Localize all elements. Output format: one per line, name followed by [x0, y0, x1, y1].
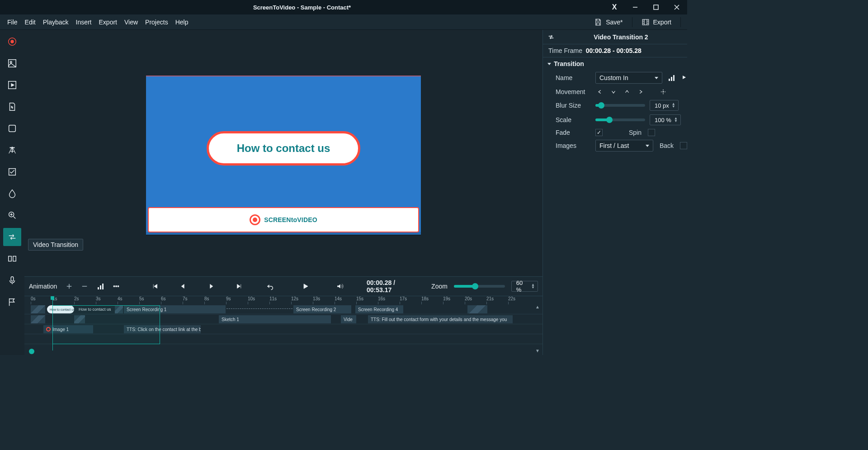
svg-rect-7 [9, 125, 16, 132]
timeframe-row: Time Frame 00:00.28 - 00:05.28 [543, 44, 687, 57]
blur-tool[interactable] [3, 185, 21, 203]
transition-tool[interactable] [3, 228, 21, 246]
svg-rect-0 [654, 5, 658, 9]
spin-checkbox[interactable] [648, 129, 655, 136]
fade-checkbox[interactable]: ✓ [595, 129, 603, 136]
clip-sr3[interactable]: Screen Recording 4 [355, 305, 403, 313]
scale-value[interactable]: 100 %▲▼ [650, 114, 681, 125]
export-button[interactable]: Export [635, 16, 678, 28]
levels-icon[interactable] [669, 75, 675, 81]
menu-help[interactable]: Help [172, 17, 192, 28]
menu-edit[interactable]: Edit [21, 17, 39, 28]
tooltip: Video Transition [28, 239, 83, 251]
timeline-selection[interactable] [52, 305, 160, 344]
image-tool[interactable] [3, 54, 21, 72]
time-ruler[interactable]: 0s1s2s3s4s5s6s7s8s9s10s11s12s13s14s15s16… [24, 296, 542, 304]
clip-thumb-3[interactable] [31, 315, 45, 323]
easing-icon[interactable] [96, 281, 105, 291]
record-button[interactable] [3, 33, 21, 51]
titlebar: ScreenToVideo - Sample - Contact* X [0, 0, 687, 14]
audio-doc-tool[interactable] [3, 98, 21, 116]
zoom-tool[interactable] [3, 206, 21, 224]
images-select[interactable]: First / Last [595, 140, 653, 152]
app-close-x-icon[interactable]: X [604, 0, 625, 14]
images-label: Images [556, 142, 591, 149]
logo-text: SCREENtoVIDEO [264, 216, 317, 223]
window-maximize-button[interactable] [646, 0, 666, 14]
record-dot-icon [250, 214, 260, 225]
menu-insert[interactable]: Insert [72, 17, 95, 28]
checkbox-tool[interactable] [3, 163, 21, 181]
svg-point-13 [113, 286, 114, 287]
scale-slider[interactable] [595, 118, 645, 121]
preview-stage: How to contact us SCREENtoVIDEO [24, 30, 542, 276]
preview-canvas[interactable]: How to contact us SCREENtoVIDEO [146, 76, 421, 235]
svg-point-14 [116, 286, 117, 287]
clip-gap-dashes [226, 308, 292, 309]
window-close-button[interactable] [666, 0, 687, 14]
goto-start-button[interactable] [151, 281, 160, 291]
window-title: ScreenToVideo - Sample - Contact* [0, 4, 604, 11]
zoom-value[interactable]: 60 % ▲▼ [511, 281, 538, 292]
clip-sketch1[interactable]: Sketch 1 [219, 315, 331, 323]
window-minimize-button[interactable] [625, 0, 646, 14]
name-select[interactable]: Custom In [595, 72, 662, 84]
blur-slider[interactable] [595, 104, 645, 107]
transition-section-header[interactable]: Transition [543, 57, 687, 70]
clip-thumb-end[interactable] [467, 305, 487, 313]
blur-label: Blur Size [556, 102, 591, 109]
headline-pill: How to contact us [207, 131, 360, 166]
microphone-tool[interactable] [3, 271, 21, 289]
swap-icon[interactable] [547, 33, 555, 41]
selection-top-line [146, 76, 421, 76]
menu-view[interactable]: View [121, 17, 142, 28]
goto-end-button[interactable] [234, 281, 244, 291]
clip-sr2[interactable]: Screen Recording 2 [293, 305, 351, 313]
timeline-start-handle[interactable] [29, 349, 34, 354]
back-checkbox[interactable] [680, 142, 687, 149]
menu-playback[interactable]: Playback [39, 17, 72, 28]
svg-rect-10 [9, 256, 11, 261]
clip-tts2[interactable]: TTS: Fill out the contact form with your… [368, 315, 513, 323]
remove-keyframe-button[interactable] [80, 281, 90, 291]
next-frame-button[interactable] [206, 281, 216, 291]
more-button[interactable] [111, 281, 121, 291]
center-area: How to contact us SCREENtoVIDEO Animatio… [24, 30, 542, 355]
timeline-scrollbar[interactable]: ▲▼ [534, 304, 541, 353]
play-preview-icon[interactable] [681, 74, 687, 82]
chevron-down-icon [547, 63, 551, 65]
play-button[interactable] [301, 281, 310, 291]
menu-export[interactable]: Export [95, 17, 121, 28]
text-tool[interactable] [3, 141, 21, 159]
move-up-button[interactable] [623, 87, 632, 96]
shape-tool[interactable] [3, 119, 21, 137]
svg-point-15 [118, 286, 118, 287]
menu-projects[interactable]: Projects [142, 17, 172, 28]
prev-frame-button[interactable] [179, 281, 188, 291]
animation-label: Animation [29, 283, 57, 290]
video-tool[interactable] [3, 76, 21, 94]
svg-point-5 [10, 61, 12, 63]
clip-thumb-1[interactable] [31, 305, 45, 313]
undo-button[interactable] [266, 281, 275, 291]
fade-label: Fade [556, 129, 591, 136]
movement-label: Movement [556, 88, 591, 95]
timeline[interactable]: 0s1s2s3s4s5s6s7s8s9s10s11s12s13s14s15s16… [24, 296, 542, 355]
back-label: Back [660, 142, 674, 149]
move-center-button[interactable] [659, 87, 668, 96]
split-tool[interactable] [3, 250, 21, 268]
move-down-button[interactable] [609, 87, 618, 96]
save-icon [594, 18, 602, 26]
move-left-button[interactable] [595, 87, 604, 96]
save-button[interactable]: Save* [588, 16, 629, 28]
add-keyframe-button[interactable] [64, 281, 74, 291]
volume-button[interactable] [335, 281, 345, 291]
blur-value[interactable]: 10 px▲▼ [650, 100, 679, 111]
menu-file[interactable]: File [4, 17, 21, 28]
move-right-button[interactable] [636, 87, 645, 96]
flag-tool[interactable] [3, 293, 21, 311]
zoom-slider[interactable] [454, 285, 505, 288]
clip-video-short[interactable]: Vide [341, 315, 356, 323]
properties-panel: Video Transition 2 Time Frame 00:00.28 -… [542, 30, 687, 355]
timecode: 00:00.28 / 00:53.17 [367, 279, 419, 294]
